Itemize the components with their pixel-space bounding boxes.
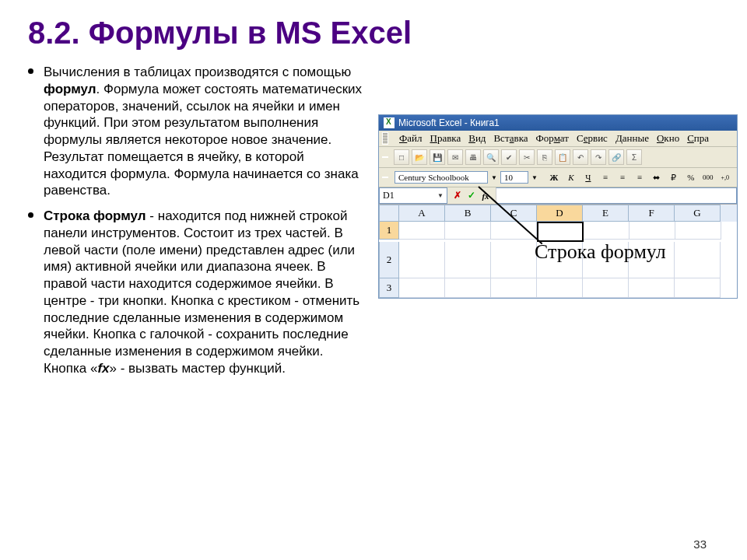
link-icon[interactable]: 🔗: [608, 149, 624, 165]
cell-d3[interactable]: [537, 278, 583, 298]
menu-data[interactable]: Данные: [615, 132, 649, 145]
cell-b3[interactable]: [445, 278, 491, 298]
col-header-a[interactable]: A: [399, 205, 445, 222]
cut-icon[interactable]: ✂: [519, 149, 535, 165]
menu-help[interactable]: Спра: [687, 132, 709, 145]
menu-format[interactable]: Формат: [536, 132, 569, 145]
excel-app-icon: [384, 117, 395, 128]
undo-icon[interactable]: ↶: [573, 149, 588, 165]
cell-f1[interactable]: [630, 222, 675, 240]
menu-bar: Файл Правка Вид Вставка Формат Сервис Да…: [379, 131, 737, 147]
row-header-3[interactable]: 3: [379, 278, 399, 298]
comma-icon[interactable]: 000: [701, 170, 715, 184]
save-icon[interactable]: 💾: [430, 149, 445, 165]
align-center-icon[interactable]: ≡: [615, 170, 630, 184]
cancel-formula-button[interactable]: ✗: [451, 190, 464, 202]
cell-d1[interactable]: [537, 222, 584, 242]
menu-view[interactable]: Вид: [468, 132, 486, 145]
excel-window: Microsoft Excel - Книга1 Файл Правка Вид…: [378, 114, 738, 299]
bullet-2: Строка формул - находится под нижней стр…: [44, 204, 366, 377]
cell-g2[interactable]: [675, 242, 721, 278]
toolbar-handle-icon[interactable]: [382, 132, 388, 145]
col-header-f[interactable]: F: [629, 205, 675, 222]
annotation-label: Строка формул: [535, 240, 666, 264]
underline-button[interactable]: Ч: [581, 170, 595, 184]
cell-a1[interactable]: [399, 222, 445, 240]
chevron-down-icon[interactable]: ▼: [437, 192, 444, 199]
paste-icon[interactable]: 📋: [555, 149, 570, 165]
format-toolbar: Century Schoolbook ▼ 10 ▼ Ж К Ч ≡ ≡ ≡ ⬌ …: [379, 168, 737, 187]
bold-button[interactable]: Ж: [547, 170, 561, 184]
merge-icon[interactable]: ⬌: [650, 170, 664, 184]
col-header-b[interactable]: B: [445, 205, 491, 222]
menu-tools[interactable]: Сервис: [577, 132, 608, 145]
window-title: Microsoft Excel - Книга1: [398, 117, 500, 128]
page-number: 33: [693, 537, 707, 551]
formula-bar: D1 ▼ ✗ ✓ fx: [379, 187, 737, 205]
cell-a3[interactable]: [399, 278, 445, 298]
redo-icon[interactable]: ↷: [591, 149, 606, 165]
cell-f3[interactable]: [629, 278, 675, 298]
menu-insert[interactable]: Вставка: [493, 132, 528, 145]
menu-window[interactable]: Окно: [657, 132, 679, 145]
title-bar: Microsoft Excel - Книга1: [379, 115, 737, 131]
inc-decimal-icon[interactable]: +,0: [718, 170, 732, 184]
toolbar-handle-icon[interactable]: [382, 156, 388, 158]
open-icon[interactable]: 📂: [412, 149, 427, 165]
print-icon[interactable]: 🖶: [465, 149, 481, 165]
menu-edit[interactable]: Правка: [430, 132, 461, 145]
row-header-2[interactable]: 2: [379, 242, 399, 278]
copy-icon[interactable]: ⎘: [537, 149, 552, 165]
cell-b2[interactable]: [445, 242, 491, 278]
enter-formula-button[interactable]: ✓: [465, 190, 478, 202]
cell-c2[interactable]: [491, 242, 537, 278]
font-size-select[interactable]: 10: [500, 171, 528, 184]
cell-b1[interactable]: [445, 222, 491, 240]
cell-a2[interactable]: [399, 242, 445, 278]
standard-toolbar: □ 📂 💾 ✉ 🖶 🔍 ✔ ✂ ⎘ 📋 ↶ ↷ 🔗 Σ: [379, 147, 737, 168]
slide-title: 8.2. Формулы в MS Excel: [28, 16, 724, 51]
italic-button[interactable]: К: [564, 170, 578, 184]
currency-icon[interactable]: ₽: [667, 170, 681, 184]
select-all-corner[interactable]: [379, 205, 399, 222]
bullet-1: Вычисления в таблицах производятся с пом…: [44, 60, 366, 199]
autosum-icon[interactable]: Σ: [626, 149, 642, 165]
name-box-value: D1: [383, 190, 395, 201]
formula-input[interactable]: [496, 187, 737, 204]
row-header-1[interactable]: 1: [379, 222, 399, 240]
bullet-1-post: . Формула может состоять математических …: [44, 82, 362, 198]
spreadsheet-grid: A B C D E F G 1: [379, 205, 737, 298]
bullet-2-bold: Строка формул: [44, 208, 146, 223]
cell-c1[interactable]: [491, 222, 537, 240]
name-box[interactable]: D1 ▼: [379, 187, 447, 204]
cell-c3[interactable]: [491, 278, 537, 298]
text-content: Вычисления в таблицах производятся с пом…: [23, 60, 366, 382]
cell-g3[interactable]: [675, 278, 721, 298]
align-right-icon[interactable]: ≡: [633, 170, 647, 184]
percent-icon[interactable]: %: [684, 170, 698, 184]
col-header-e[interactable]: E: [583, 205, 629, 222]
bullet-1-pre: Вычисления в таблицах производятся с пом…: [44, 65, 351, 79]
perm-icon[interactable]: ✉: [447, 149, 463, 165]
align-left-icon[interactable]: ≡: [598, 170, 612, 184]
cell-e3[interactable]: [583, 278, 629, 298]
bullet-1-bold: формул: [44, 82, 96, 96]
cell-e1[interactable]: [584, 222, 630, 240]
bullet-2-post: » - вызвать мастер функций.: [110, 361, 286, 376]
cell-g1[interactable]: [675, 222, 721, 240]
bullet-2-fx: fx: [97, 361, 109, 376]
bullet-2-mid: - находится под нижней строкой панели ин…: [44, 208, 359, 376]
col-header-g[interactable]: G: [675, 205, 721, 222]
col-header-d[interactable]: D: [537, 205, 583, 222]
toolbar-handle-icon[interactable]: [382, 177, 388, 178]
new-doc-icon[interactable]: □: [394, 149, 409, 165]
font-name-select[interactable]: Century Schoolbook: [395, 171, 488, 184]
spell-icon[interactable]: ✔: [501, 149, 517, 165]
menu-file[interactable]: Файл: [399, 132, 423, 145]
preview-icon[interactable]: 🔍: [483, 149, 499, 165]
